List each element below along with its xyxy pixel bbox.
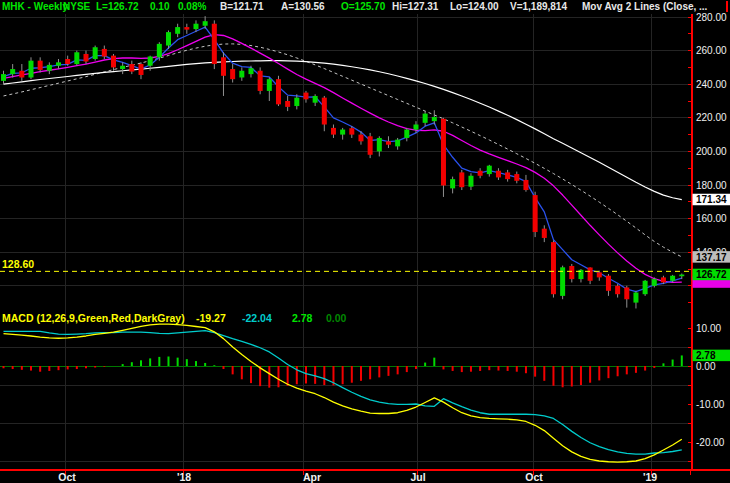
time-axis-scale[interactable]: [0, 470, 730, 483]
price-axis-scale[interactable]: [692, 14, 730, 470]
change-label: 0.10: [150, 1, 169, 12]
macd-extra-value: 0.00: [326, 312, 346, 324]
ask-label: A=130.56: [281, 1, 325, 12]
macd-header: MACD (12,26,9,Green,Red,DarkGray) -19.27…: [0, 312, 690, 325]
indicator-label: Mov Avg 2 Lines (Close, ...: [582, 1, 707, 12]
open-label: O=125.70: [341, 1, 385, 12]
cursor-caret: [726, 1, 728, 12]
plot-area[interactable]: [0, 14, 692, 470]
bid-label: B=121.71: [220, 1, 264, 12]
low-label: Lo=124.00: [450, 1, 499, 12]
macd-signal-value: -22.04: [242, 312, 272, 324]
chart-window: 128.60 280.00260.00240.00220.00200.00180…: [0, 0, 730, 483]
last-label: L=126.72: [96, 1, 139, 12]
macd-value: -19.27: [196, 312, 226, 324]
chart-canvas: 128.60 280.00260.00240.00220.00200.00180…: [0, 0, 730, 483]
symbol-label: MHK - Weekly: [2, 1, 68, 12]
exchange-label: NYSE: [63, 1, 90, 12]
macd-hist-value: 2.78: [292, 312, 312, 324]
macd-title: MACD (12,26,9,Green,Red,DarkGray): [2, 312, 185, 324]
change-pct-label: 0.08%: [178, 1, 206, 12]
volume-label: V=1,189,814: [510, 1, 567, 12]
quote-header: MHK - Weekly NYSE L=126.72 0.10 0.08% B=…: [0, 0, 730, 14]
high-label: Hi=127.31: [392, 1, 438, 12]
